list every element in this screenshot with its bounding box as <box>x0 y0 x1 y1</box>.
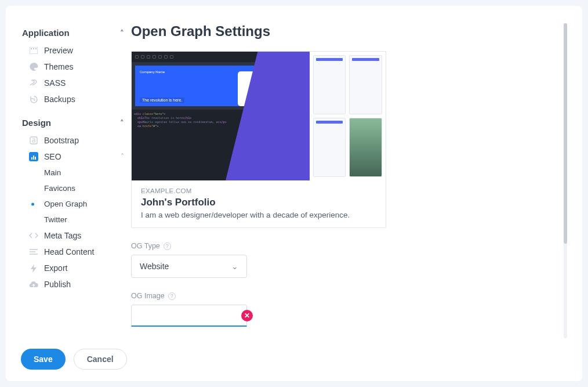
nav-seo-main[interactable]: Main <box>21 165 125 180</box>
chevron-up-icon: ˄ <box>121 153 124 161</box>
mock-tagline: The revolution is here. <box>140 97 184 103</box>
nav-label: Meta Tags <box>44 231 81 240</box>
nav-label: SASS <box>44 78 66 88</box>
nav-label: Head Content <box>44 247 94 256</box>
nav-seo-twitter[interactable]: Twitter <box>21 212 125 227</box>
main-panel: Open Graph Settings Company Name The rev… <box>131 23 567 338</box>
nav-label: Export <box>44 263 67 273</box>
section-title: Application <box>22 28 70 38</box>
chevron-up-icon: ˄ <box>120 118 124 127</box>
film-icon <box>29 46 38 55</box>
svg-rect-3 <box>35 48 37 49</box>
nav-seo-open-graph[interactable]: Open Graph <box>21 196 125 212</box>
nav-label: Bootstrap <box>44 136 79 145</box>
chevron-down-icon: ⌄ <box>231 262 238 271</box>
og-preview-image: Company Name The revolution is here. <di… <box>132 52 386 180</box>
main-scroll[interactable]: Open Graph Settings Company Name The rev… <box>131 23 564 338</box>
lines-icon <box>29 247 38 256</box>
nav-sass[interactable]: SASS <box>21 75 125 91</box>
nav-label: Themes <box>44 62 74 71</box>
section-design[interactable]: Design ˄ <box>21 113 125 132</box>
settings-window: Application ˄ Preview Themes SASS <box>6 6 582 381</box>
nav-label: Twitter <box>44 215 67 224</box>
nav-label: Favicons <box>44 184 75 193</box>
nav-backups[interactable]: Backups <box>21 91 125 107</box>
og-type-value: Website <box>140 262 169 271</box>
og-description: I am a web designer/developer with a dec… <box>141 211 376 219</box>
og-image-input[interactable] <box>131 305 247 327</box>
og-image-label: OG Image ? <box>131 292 556 300</box>
scrollbar[interactable] <box>564 23 567 338</box>
clear-icon[interactable]: ✕ <box>241 310 253 321</box>
code-icon <box>29 231 38 240</box>
nav-label: Open Graph <box>44 200 87 208</box>
nav-seo-favicons[interactable]: Favicons <box>21 180 125 196</box>
nav-preview[interactable]: Preview <box>21 42 125 59</box>
nav-label: Main <box>44 168 61 177</box>
section-title: Design <box>22 118 51 128</box>
nav-publish[interactable]: Publish <box>21 276 125 292</box>
svg-rect-2 <box>33 48 34 49</box>
og-type-select[interactable]: Website ⌄ <box>131 255 247 278</box>
nav-themes[interactable]: Themes <box>21 59 125 75</box>
nav-label: Publish <box>44 280 71 289</box>
page-title: Open Graph Settings <box>131 23 556 39</box>
og-domain: EXAMPLE.COM <box>141 187 376 194</box>
nav-head-content[interactable]: Head Content <box>21 244 125 260</box>
save-button[interactable]: Save <box>21 349 66 370</box>
nav-export[interactable]: Export <box>21 260 125 276</box>
chevron-up-icon: ˄ <box>120 28 124 37</box>
sass-icon <box>29 78 38 88</box>
og-title: John's Portfolio <box>141 197 376 208</box>
og-preview-card: Company Name The revolution is here. <di… <box>131 51 386 228</box>
section-application[interactable]: Application ˄ <box>21 23 125 42</box>
nav-meta-tags[interactable]: Meta Tags <box>21 227 125 244</box>
svg-rect-0 <box>30 47 38 54</box>
nav-label: Backups <box>44 95 75 104</box>
cancel-button[interactable]: Cancel <box>74 349 127 370</box>
help-icon[interactable]: ? <box>164 243 171 250</box>
content-row: Application ˄ Preview Themes SASS <box>21 23 567 338</box>
scrollbar-thumb[interactable] <box>564 23 567 244</box>
og-image-field: ✕ <box>131 305 247 327</box>
nav-seo[interactable]: SEO ˄ <box>21 149 125 165</box>
bootstrap-icon <box>29 136 38 145</box>
og-preview-meta: EXAMPLE.COM John's Portfolio I am a web … <box>132 180 386 227</box>
og-type-label: OG Type ? <box>131 242 556 250</box>
chart-icon <box>29 152 38 161</box>
history-icon <box>29 95 38 104</box>
footer: Save Cancel <box>21 338 567 370</box>
palette-icon <box>29 62 38 71</box>
mock-company: Company Name <box>140 70 165 74</box>
sidebar: Application ˄ Preview Themes SASS <box>21 23 131 338</box>
svg-rect-1 <box>31 48 32 49</box>
help-icon[interactable]: ? <box>168 292 176 300</box>
bolt-icon <box>29 263 38 273</box>
nav-label: SEO <box>44 152 61 161</box>
cloud-upload-icon <box>29 280 38 289</box>
nav-bootstrap[interactable]: Bootstrap <box>21 132 125 149</box>
nav-label: Preview <box>44 46 73 55</box>
